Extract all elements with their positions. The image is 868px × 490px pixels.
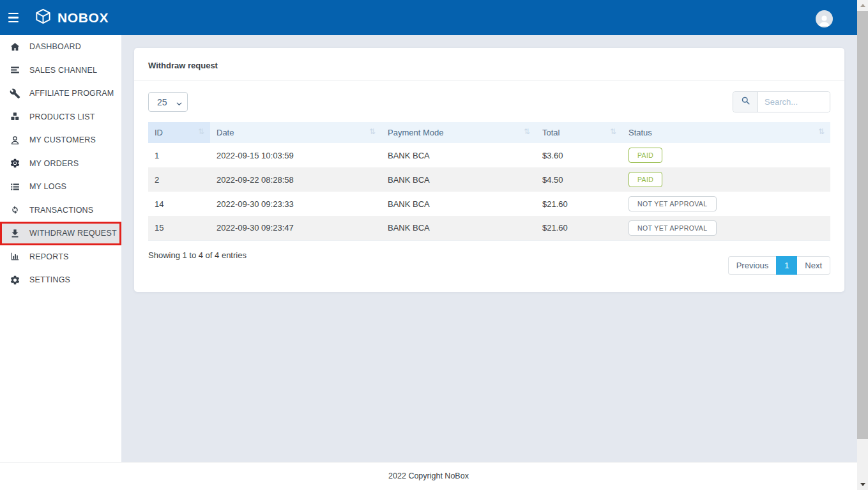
column-label: ID <box>155 128 163 137</box>
cell-payment-mode: BANK BCA <box>381 167 536 192</box>
bar-chart-icon <box>9 251 21 263</box>
download-icon <box>9 227 21 239</box>
sort-icon <box>818 127 825 136</box>
cell-payment-mode: BANK BCA <box>381 216 536 240</box>
status-badge: NOT YET APPROVAL <box>628 196 717 211</box>
sidebar-item-affiliate-program[interactable]: AFFILIATE PROGRAM <box>0 82 121 105</box>
table-row: 2 2022-09-22 08:28:58 BANK BCA $4.50 PAI… <box>148 167 830 192</box>
sidebar-item-label: MY LOGS <box>29 182 66 191</box>
column-label: Total <box>542 128 560 137</box>
user-icon <box>9 134 21 146</box>
copyright-text: 2022 Copyright NoBox <box>388 463 469 490</box>
sidebar-item-my-logs[interactable]: MY LOGS <box>0 175 121 199</box>
cell-status: NOT YET APPROVAL <box>622 192 830 216</box>
table-row: 14 2022-09-30 09:23:33 BANK BCA $21.60 N… <box>148 192 830 216</box>
cell-total: $3.60 <box>536 143 622 167</box>
boxes-icon <box>9 111 21 123</box>
search-icon <box>741 96 750 108</box>
search-button[interactable] <box>733 92 758 112</box>
column-header[interactable]: Status <box>622 122 830 143</box>
cell-id: 15 <box>148 216 210 240</box>
page-length-select[interactable]: 25 <box>148 92 188 112</box>
scroll-down-icon[interactable] <box>857 479 868 490</box>
withdraw-request-card: Withdraw request 25 <box>134 48 844 292</box>
cell-payment-mode: BANK BCA <box>381 192 536 216</box>
home-icon <box>9 41 21 52</box>
sidebar-item-transactions[interactable]: TRANSACTIONS <box>0 199 121 222</box>
column-header[interactable]: Total <box>536 122 622 143</box>
user-avatar-icon[interactable] <box>816 10 833 27</box>
brand-name: NOBOX <box>57 10 109 26</box>
sidebar-item-dashboard[interactable]: DASHBOARD <box>0 35 121 59</box>
sidebar-item-my-orders[interactable]: MY ORDERS <box>0 152 121 176</box>
cell-id: 2 <box>148 167 210 192</box>
orders-gear-icon <box>9 158 21 169</box>
column-header[interactable]: ID <box>148 122 210 143</box>
status-badge: PAID <box>628 172 662 187</box>
sidebar-item-label: SALES CHANNEL <box>29 66 97 75</box>
column-label: Status <box>628 128 652 137</box>
sort-icon <box>369 127 376 136</box>
top-header: NOBOX <box>0 0 857 35</box>
main-content: Withdraw request 25 <box>121 35 857 462</box>
sidebar-item-reports[interactable]: REPORTS <box>0 245 121 269</box>
column-header[interactable]: Payment Mode <box>381 122 536 143</box>
list-icon <box>9 181 21 192</box>
sidebar-item-withdraw-request[interactable]: WITHDRAW REQUEST <box>0 222 121 245</box>
cell-status: PAID <box>622 143 830 167</box>
sidebar-item-label: AFFILIATE PROGRAM <box>29 89 114 98</box>
column-label: Payment Mode <box>388 128 443 137</box>
next-page-button[interactable]: Next <box>797 256 830 275</box>
sidebar-item-products-list[interactable]: PRODUCTS LIST <box>0 105 121 129</box>
withdraw-table: ID Date Payment Mode <box>148 122 830 241</box>
column-label: Date <box>217 128 234 137</box>
status-badge: PAID <box>628 148 662 163</box>
page-title: Withdraw request <box>134 48 844 80</box>
table-row: 15 2022-09-30 09:23:47 BANK BCA $21.60 N… <box>148 216 830 240</box>
brand-logo[interactable]: NOBOX <box>34 8 109 27</box>
scrollbar-thumb[interactable] <box>857 11 868 439</box>
cell-id: 14 <box>148 192 210 216</box>
cell-status: PAID <box>622 167 830 192</box>
wrench-icon <box>9 88 21 99</box>
sidebar-item-label: WITHDRAW REQUEST <box>29 229 117 238</box>
sidebar-item-label: REPORTS <box>29 252 69 261</box>
sidebar-item-label: DASHBOARD <box>29 42 81 51</box>
cell-total: $21.60 <box>536 192 622 216</box>
sort-icon <box>198 127 204 136</box>
gear-icon <box>9 274 21 286</box>
column-header[interactable]: Date <box>210 122 381 143</box>
table-row: 1 2022-09-15 10:03:59 BANK BCA $3.60 PAI… <box>148 143 830 167</box>
search-input[interactable] <box>758 92 830 112</box>
sidebar-item-label: MY CUSTOMERS <box>29 135 96 144</box>
sales-channel-icon <box>9 65 21 76</box>
pagination: Previous 1 Next <box>728 256 830 275</box>
cell-id: 1 <box>148 143 210 167</box>
cell-date: 2022-09-30 09:23:33 <box>210 192 381 216</box>
previous-page-button[interactable]: Previous <box>728 256 777 275</box>
sidebar-item-label: MY ORDERS <box>29 159 79 168</box>
sidebar: DASHBOARD SALES CHANNEL AFFILIATE PROGRA… <box>0 35 121 462</box>
cell-total: $4.50 <box>536 167 622 192</box>
scroll-up-icon[interactable] <box>857 0 868 11</box>
cell-date: 2022-09-15 10:03:59 <box>210 143 381 167</box>
sidebar-item-settings[interactable]: SETTINGS <box>0 268 121 292</box>
cell-date: 2022-09-30 09:23:47 <box>210 216 381 240</box>
sidebar-item-label: SETTINGS <box>29 275 70 284</box>
cell-total: $21.60 <box>536 216 622 240</box>
status-badge: NOT YET APPROVAL <box>628 220 717 236</box>
sidebar-item-my-customers[interactable]: MY CUSTOMERS <box>0 128 121 152</box>
footer: 2022 Copyright NoBox <box>0 462 857 490</box>
sync-icon <box>9 204 21 216</box>
cube-logo-icon <box>34 8 52 27</box>
search-control <box>733 91 830 112</box>
cell-date: 2022-09-22 08:28:58 <box>210 167 381 192</box>
app-root: NOBOX DASHBOARD SALES CHANNEL AFFILIATE … <box>0 0 868 490</box>
sort-icon <box>610 127 616 136</box>
page-length-control: 25 <box>148 92 188 112</box>
sidebar-item-sales-channel[interactable]: SALES CHANNEL <box>0 59 121 82</box>
hamburger-icon[interactable] <box>8 13 22 23</box>
sidebar-item-label: PRODUCTS LIST <box>29 112 95 121</box>
page-1-button[interactable]: 1 <box>776 256 797 275</box>
vertical-scrollbar[interactable] <box>857 0 868 490</box>
